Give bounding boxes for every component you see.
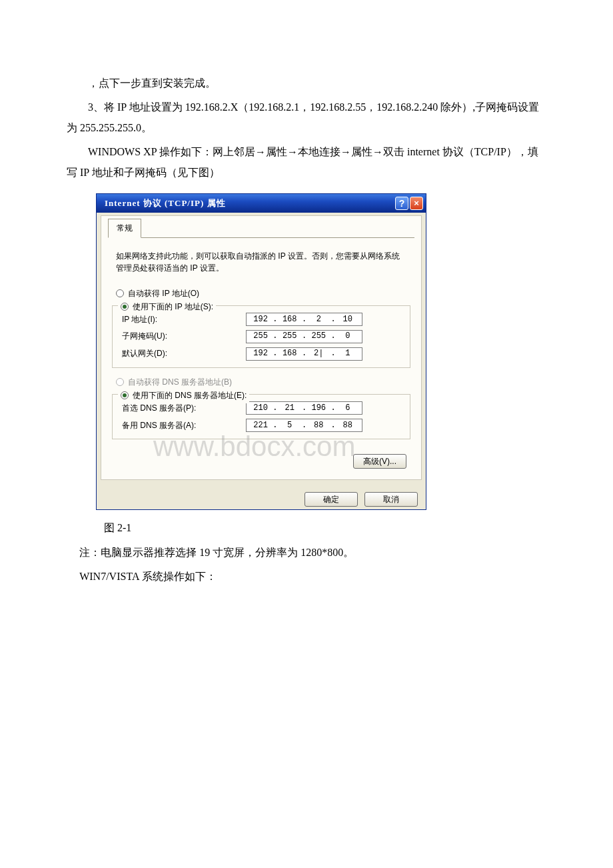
ip-octet[interactable]: 192 [249, 346, 272, 361]
paragraph-3: WINDOWS XP 操作如下：网上邻居→属性→本地连接→属性→双击 inter… [67, 142, 546, 183]
radio-dot-icon [121, 303, 129, 311]
ip-octet[interactable]: 168 [279, 312, 301, 327]
ip-octet[interactable]: 21 [279, 401, 301, 416]
ip-octet[interactable]: 10 [336, 312, 359, 327]
ip-octet[interactable]: 2| [307, 346, 330, 361]
ok-button[interactable]: 确定 [305, 492, 358, 507]
paragraph-2: 3、将 IP 地址设置为 192.168.2.X（192.168.2.1，192… [67, 97, 546, 138]
ip-octet[interactable]: 88 [336, 418, 359, 433]
radio-label: 使用下面的 DNS 服务器地址(E): [133, 388, 247, 403]
dialog-title: Internet 协议 (TCP/IP) 属性 [105, 195, 394, 212]
radio-use-ip[interactable]: 使用下面的 IP 地址(S): [121, 299, 213, 315]
tcpip-dialog: Internet 协议 (TCP/IP) 属性 ? × 常规 如果网络支持此功能… [96, 193, 426, 510]
ip-octet[interactable]: 6 [336, 401, 359, 416]
ip-octet[interactable]: 196 [307, 401, 330, 416]
advanced-button[interactable]: 高级(V)... [353, 454, 406, 469]
paragraph-5: WIN7/VISTA 系统操作如下： [79, 567, 546, 587]
dns1-input[interactable]: 210. 21. 196. 6 [246, 401, 362, 415]
radio-dot-icon [116, 289, 124, 297]
close-button[interactable]: × [410, 197, 423, 210]
ip-octet[interactable]: 1 [336, 346, 359, 361]
radio-dot-icon [116, 378, 124, 386]
radio-dot-icon [121, 391, 129, 399]
subnet-mask-label: 子网掩码(U): [119, 329, 246, 344]
ip-octet[interactable]: 5 [279, 418, 301, 433]
dialog-description: 如果网络支持此功能，则可以获取自动指派的 IP 设置。否则，您需要从网络系统管理… [108, 245, 414, 283]
help-button[interactable]: ? [395, 197, 408, 210]
tab-general[interactable]: 常规 [108, 219, 141, 238]
tab-strip: 常规 [108, 219, 414, 238]
ip-octet[interactable]: 192 [249, 312, 272, 327]
ip-octet[interactable]: 168 [279, 346, 301, 361]
ip-octet[interactable]: 2 [307, 312, 330, 327]
ip-group: 使用下面的 IP 地址(S): IP 地址(I): 192. 168. 2. 1… [112, 305, 410, 368]
ip-octet[interactable]: 210 [249, 401, 272, 416]
subnet-mask-input[interactable]: 255. 255. 255. 0 [246, 330, 362, 343]
dns-group: 使用下面的 DNS 服务器地址(E): 首选 DNS 服务器(P): 210. … [112, 394, 410, 440]
figure-caption: 图 2-1 [104, 518, 546, 538]
ip-octet[interactable]: 255 [249, 329, 272, 344]
gateway-input[interactable]: 192. 168. 2|. 1 [246, 347, 362, 361]
paragraph-note: 注：电脑显示器推荐选择 19 寸宽屏，分辨率为 1280*800。 [79, 543, 546, 563]
dialog-button-row: 确定 取消 [97, 487, 426, 509]
ip-octet[interactable]: 221 [249, 418, 272, 433]
dns2-label: 备用 DNS 服务器(A): [119, 418, 246, 433]
radio-label: 使用下面的 IP 地址(S): [133, 299, 213, 315]
ip-octet[interactable]: 255 [279, 329, 301, 344]
dns2-input[interactable]: 221. 5. 88. 88 [246, 419, 362, 432]
cancel-button[interactable]: 取消 [364, 492, 418, 507]
titlebar: Internet 协议 (TCP/IP) 属性 ? × [97, 194, 426, 213]
ip-octet[interactable]: 88 [307, 418, 330, 433]
radio-use-dns[interactable]: 使用下面的 DNS 服务器地址(E): [121, 388, 247, 403]
paragraph-1: ，点下一步直到安装完成。 [67, 73, 546, 93]
gateway-label: 默认网关(D): [119, 346, 246, 361]
ip-address-input[interactable]: 192. 168. 2. 10 [246, 313, 362, 326]
ip-octet[interactable]: 255 [307, 329, 330, 344]
ip-octet[interactable]: 0 [336, 329, 359, 344]
